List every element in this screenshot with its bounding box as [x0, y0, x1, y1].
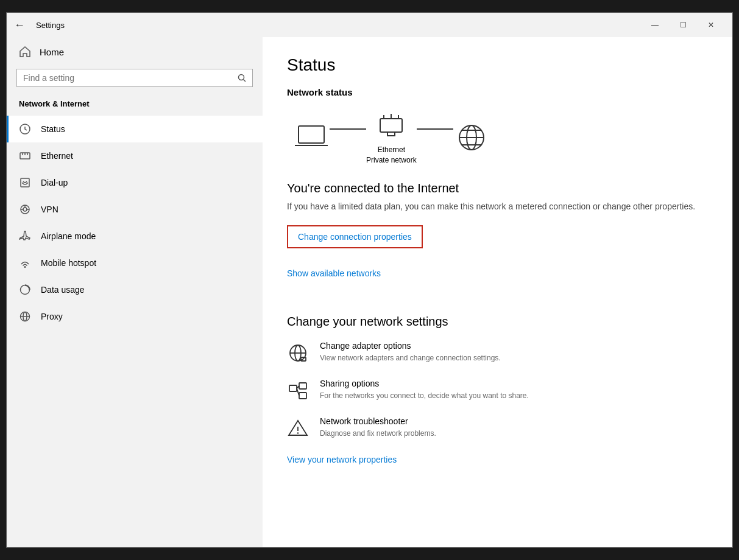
sharing-icon	[287, 380, 309, 402]
view-properties-link[interactable]: View your network properties	[287, 455, 397, 464]
adapter-desc: View network adapters and change connect…	[320, 353, 501, 363]
troubleshoot-desc: Diagnose and fix network problems.	[320, 429, 436, 439]
sidebar-item-ethernet[interactable]: Ethernet	[7, 142, 263, 169]
back-button[interactable]: ←	[14, 16, 30, 34]
ethernet-diagram-label: Ethernet Private network	[366, 145, 417, 166]
sidebar-item-proxy[interactable]: Proxy	[7, 303, 263, 330]
connected-desc: If you have a limited data plan, you can…	[287, 200, 708, 213]
show-networks-link[interactable]: Show available networks	[287, 268, 381, 278]
connected-title: You're connected to the Internet	[287, 181, 708, 195]
troubleshoot-text: Network troubleshooter Diagnose and fix …	[320, 416, 436, 439]
sidebar-item-airplane-label: Airplane mode	[41, 231, 96, 241]
sharing-text: Sharing options For the networks you con…	[320, 379, 529, 401]
sidebar-item-dialup-label: Dial-up	[41, 178, 68, 187]
change-connection-link-box[interactable]: Change connection properties	[287, 225, 423, 248]
sidebar-item-datausage[interactable]: Data usage	[7, 276, 263, 303]
svg-line-38	[297, 388, 299, 396]
sidebar-item-ethernet-label: Ethernet	[41, 151, 73, 161]
sidebar-item-vpn-label: VPN	[41, 205, 58, 214]
svg-point-13	[24, 266, 26, 268]
sidebar-item-vpn[interactable]: VPN	[7, 196, 263, 223]
minimize-button[interactable]: —	[641, 15, 669, 35]
settings-window: ← Settings — ☐ ✕ Home	[6, 12, 733, 548]
sidebar-item-hotspot-label: Mobile hotspot	[41, 258, 96, 268]
show-networks-container: Show available networks	[287, 268, 708, 296]
network-diagram: Ethernet Private network	[293, 110, 708, 166]
window-title: Settings	[36, 21, 65, 30]
ethernet-icon-container: Ethernet Private network	[366, 110, 417, 166]
search-input[interactable]	[23, 73, 238, 83]
search-box	[16, 69, 253, 87]
content-area: Home Network & Internet	[7, 37, 732, 547]
laptop-icon	[293, 122, 330, 153]
sidebar-item-status-label: Status	[41, 124, 65, 134]
svg-point-0	[239, 75, 244, 80]
search-icon	[238, 74, 246, 82]
adapter-title: Change adapter options	[320, 341, 501, 351]
airplane-icon	[19, 230, 32, 242]
troubleshoot-icon	[287, 418, 309, 439]
svg-rect-34	[289, 385, 297, 391]
sidebar-section-title: Network & Internet	[7, 96, 263, 116]
status-icon	[19, 123, 32, 135]
datausage-icon	[19, 284, 32, 296]
svg-point-41	[297, 432, 299, 433]
change-connection-link[interactable]: Change connection properties	[298, 232, 412, 242]
line-1	[330, 128, 366, 130]
svg-line-1	[244, 80, 246, 82]
settings-item-sharing[interactable]: Sharing options For the networks you con…	[287, 379, 708, 402]
svg-point-9	[23, 208, 27, 211]
dialup-icon	[19, 177, 32, 189]
svg-rect-20	[380, 119, 402, 132]
titlebar-controls: — ☐ ✕	[641, 15, 725, 35]
home-icon	[19, 46, 31, 58]
network-status-title: Network status	[287, 87, 708, 97]
adapter-icon	[287, 342, 309, 364]
sidebar-item-status[interactable]: Status	[7, 116, 263, 142]
sidebar: Home Network & Internet	[7, 37, 263, 547]
page-title: Status	[287, 55, 708, 75]
change-section-title: Change your network settings	[287, 315, 708, 329]
sidebar-home-item[interactable]: Home	[7, 37, 263, 66]
proxy-icon	[19, 310, 32, 323]
svg-rect-21	[387, 132, 395, 136]
svg-rect-35	[299, 383, 306, 389]
sharing-desc: For the networks you connect to, decide …	[320, 391, 529, 401]
sidebar-item-hotspot[interactable]: Mobile hotspot	[7, 250, 263, 276]
globe-icon-container	[453, 122, 490, 153]
close-button[interactable]: ✕	[697, 15, 725, 35]
change-connection-container: Change connection properties	[287, 225, 708, 258]
sidebar-item-proxy-label: Proxy	[41, 312, 63, 321]
home-label: Home	[40, 47, 64, 57]
laptop-icon-container	[293, 122, 330, 153]
troubleshoot-title: Network troubleshooter	[320, 416, 436, 426]
sidebar-item-airplane[interactable]: Airplane mode	[7, 223, 263, 250]
ethernet-icon	[19, 150, 32, 162]
maximize-button[interactable]: ☐	[669, 15, 697, 35]
sharing-title: Sharing options	[320, 379, 529, 388]
adapter-text: Change adapter options View network adap…	[320, 341, 501, 363]
view-properties-container: View your network properties	[287, 454, 708, 483]
settings-item-adapter[interactable]: Change adapter options View network adap…	[287, 341, 708, 364]
sidebar-item-datausage-label: Data usage	[41, 285, 85, 295]
svg-rect-18	[299, 126, 324, 143]
settings-item-troubleshoot[interactable]: Network troubleshooter Diagnose and fix …	[287, 416, 708, 439]
globe-icon	[453, 122, 490, 153]
line-2	[417, 128, 453, 130]
titlebar-left: ← Settings	[14, 16, 65, 34]
main-content: Status Network status	[263, 37, 732, 547]
svg-rect-36	[299, 393, 306, 399]
titlebar: ← Settings — ☐ ✕	[7, 13, 732, 37]
router-icon	[373, 110, 409, 141]
hotspot-icon	[19, 257, 32, 269]
sidebar-item-dialup[interactable]: Dial-up	[7, 169, 263, 196]
vpn-icon	[19, 203, 32, 215]
